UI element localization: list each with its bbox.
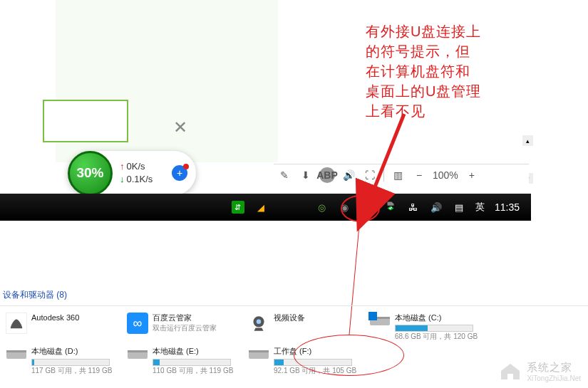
volume-icon[interactable]: 🔊 <box>341 167 356 183</box>
device-label: 视频设备 <box>274 313 305 323</box>
watermark-text: 系统之家 <box>527 361 572 373</box>
annotation-line: 桌面上的U盘管理 <box>366 81 481 101</box>
sound-icon[interactable]: 🔊 <box>430 201 443 214</box>
drive-label: 本地磁盘 (D:) <box>31 346 112 357</box>
input-box[interactable] <box>43 100 128 142</box>
devices-section-header[interactable]: 设备和驱动器 (8) <box>0 285 588 306</box>
annotation-line: 的符号提示，但 <box>366 41 481 61</box>
annotation-line: 在计算机盘符和 <box>366 61 481 81</box>
speed-widget[interactable]: 30% 0K/s 0.1K/s + <box>68 151 196 195</box>
network-icon[interactable]: 🖧 <box>407 201 420 214</box>
clock[interactable]: 11:35 <box>495 201 520 213</box>
drive-icon <box>127 346 148 362</box>
monitor-icon[interactable]: ◢ <box>254 201 267 214</box>
baidu-cloud-icon: ∞ <box>127 313 148 334</box>
windows-taskbar: ⇵ ◢ ◎ ◉ ☁ 🖧 🔊 ▤ 英 11:35 <box>0 194 531 221</box>
svg-point-3 <box>257 320 262 325</box>
download-icon[interactable]: ⬇ <box>298 167 314 183</box>
usb-tray-icon[interactable]: ⇵ <box>232 201 244 214</box>
ime-indicator[interactable]: 英 <box>475 201 485 214</box>
drive-e[interactable]: 本地磁盘 (E:)110 GB 可用，共 119 GB <box>121 344 242 377</box>
zoom-level: 100% <box>433 169 458 181</box>
webcam-icon <box>248 313 269 334</box>
zoom-in-button[interactable]: + <box>464 167 480 183</box>
windows-badge-icon <box>368 312 377 320</box>
zoom-out-button[interactable]: − <box>411 167 427 183</box>
columns-icon[interactable]: ▥ <box>390 167 406 183</box>
fullscreen-icon[interactable]: ⛶ <box>362 167 378 183</box>
action-center-icon[interactable]: ▤ <box>453 201 465 214</box>
usage-bar <box>153 359 231 366</box>
drive-label: 本地磁盘 (E:) <box>153 346 233 357</box>
drive-usage-text: 110 GB 可用，共 119 GB <box>153 366 233 376</box>
svg-rect-9 <box>128 350 148 352</box>
annotation-text: 有外接U盘连接上 的符号提示，但 在计算机盘符和 桌面上的U盘管理 上看不见 <box>366 21 481 121</box>
download-speed: 0.1K/s <box>120 173 153 186</box>
drive-usage-text: 117 GB 可用，共 119 GB <box>31 366 112 376</box>
add-badge[interactable]: + <box>172 165 187 181</box>
security-icon[interactable]: ◎ <box>316 201 329 214</box>
close-icon[interactable]: ✕ <box>173 117 187 137</box>
annotation-circle-empty <box>294 335 404 376</box>
scroll-up-icon[interactable]: ▴ <box>522 135 533 146</box>
device-label: 百度云管家 <box>153 313 217 323</box>
watermark: 系统之家 XiTongZhiJia.Net <box>498 361 581 382</box>
watermark-logo-icon <box>498 361 522 382</box>
svg-rect-11 <box>249 350 269 352</box>
annotation-line: 上看不见 <box>366 101 481 121</box>
drive-usage-text: 68.6 GB 可用，共 120 GB <box>395 332 478 342</box>
svg-rect-7 <box>6 350 26 352</box>
drive-label: 本地磁盘 (C:) <box>395 313 478 323</box>
device-sublabel: 双击运行百度云管家 <box>153 323 217 333</box>
speed-readout: 0K/s 0.1K/s <box>120 160 153 185</box>
drive-icon <box>369 313 391 328</box>
usage-bar <box>31 359 110 366</box>
annotation-line: 有外接U盘连接上 <box>366 21 481 41</box>
upload-speed: 0K/s <box>120 160 153 173</box>
safely-remove-icon[interactable] <box>384 201 397 214</box>
usage-bar <box>395 325 473 332</box>
drive-icon <box>248 346 269 362</box>
edit-icon[interactable]: ✎ <box>277 167 292 183</box>
device-label: Autodesk 360 <box>31 313 79 323</box>
annotation-circle-taskbar <box>341 195 380 222</box>
watermark-url: XiTongZhiJia.Net <box>527 374 581 382</box>
device-autodesk[interactable]: Autodesk 360 <box>0 310 121 344</box>
separator <box>383 169 384 182</box>
abp-icon[interactable]: ABP <box>319 167 335 183</box>
percent-circle: 30% <box>68 151 113 196</box>
browser-toolbar: ✎ ⬇ ABP 🔊 ⛶ ▥ − 100% + <box>274 164 529 184</box>
drive-d[interactable]: 本地磁盘 (D:)117 GB 可用，共 119 GB <box>0 344 121 377</box>
svg-rect-12 <box>507 374 513 379</box>
autodesk-icon <box>6 313 27 334</box>
device-baidu[interactable]: ∞ 百度云管家双击运行百度云管家 <box>121 310 242 344</box>
drive-icon <box>6 346 27 362</box>
